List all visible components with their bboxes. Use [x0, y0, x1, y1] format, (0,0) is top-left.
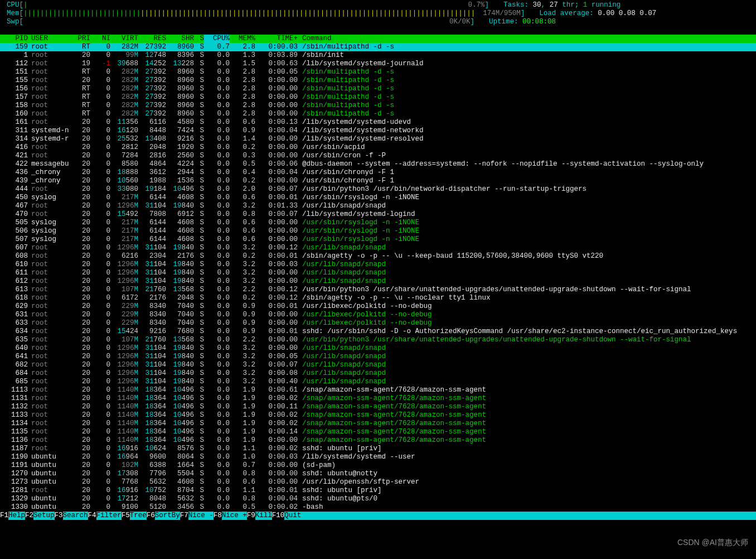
- fkey[interactable]: F3: [55, 512, 63, 520]
- process-row[interactable]: 633root200229M83407040S0.00.90:00.00/usr…: [0, 319, 756, 327]
- fkey-label[interactable]: Setup: [33, 512, 55, 520]
- hdr-pri[interactable]: PRI: [70, 35, 90, 43]
- function-key-bar[interactable]: F1Help F2Setup F3SearchF4FilterF5Tree F6…: [0, 512, 756, 520]
- process-row[interactable]: 156rootRT0282M273928960S0.02.80:00.00/sb…: [0, 85, 756, 93]
- fkey[interactable]: F4: [88, 512, 96, 520]
- process-row[interactable]: 112root19-1396881425213228S0.01.50:00.63…: [0, 60, 756, 68]
- uptime-label: Uptime:: [489, 18, 522, 26]
- process-row[interactable]: 436_chrony2001888836122944S0.00.40:00.04…: [0, 168, 756, 177]
- process-row[interactable]: 611root2001296M3110419840S0.03.20:00.00/…: [0, 269, 756, 277]
- process-row[interactable]: 467root2001296M3110419840S0.03.20:01.33/…: [0, 202, 756, 210]
- process-row[interactable]: 631root200229M83407040S0.00.90:00.00/usr…: [0, 311, 756, 319]
- process-row[interactable]: 1281root20016916107528704S0.01.10:00.01s…: [0, 486, 756, 495]
- fkey[interactable]: F2: [25, 512, 33, 520]
- fkey-label[interactable]: Quit: [284, 512, 301, 520]
- process-row[interactable]: 444root200330801918410496S0.02.00:00.07/…: [0, 185, 756, 194]
- hdr-user[interactable]: USER: [28, 35, 70, 43]
- fkey[interactable]: F5: [122, 512, 130, 520]
- process-row[interactable]: 155root200282M273928960S0.02.80:00.00/sb…: [0, 76, 756, 85]
- process-list[interactable]: 159rootRT0282M273928960S0.72.80:00.03/sb…: [0, 43, 756, 512]
- fkey[interactable]: F1: [0, 512, 8, 520]
- swp-value: 0K/0K: [449, 18, 471, 26]
- hdr-mem[interactable]: MEM%: [230, 35, 255, 43]
- fkey[interactable]: F7: [180, 512, 188, 520]
- swp-meter: Swp [ 0K/0K ] Uptime: 00:08:08: [0, 18, 756, 26]
- process-row[interactable]: 157rootRT0282M273928960S0.02.80:00.00/sb…: [0, 93, 756, 102]
- process-row[interactable]: 439_chrony2001056019881536S0.00.20:00.00…: [0, 177, 756, 185]
- fkey[interactable]: F6: [147, 512, 155, 520]
- process-row[interactable]: 507syslog200217M61444608S0.00.60:00.00/u…: [0, 235, 756, 244]
- fkey-label[interactable]: Nice -: [188, 512, 214, 520]
- process-row[interactable]: 613root200107M2176013568S0.02.20:00.12/u…: [0, 286, 756, 294]
- load-value: 0.00 0.08 0.07: [598, 9, 656, 18]
- process-row[interactable]: 685root2001296M3110419840S0.03.20:00.40/…: [0, 378, 756, 386]
- process-header[interactable]: PID USER PRI NI VIRT RES SHR S CPU% MEM%…: [0, 35, 756, 43]
- hdr-cpu[interactable]: CPU%: [204, 35, 230, 43]
- cpu-value: 0.7%: [468, 1, 485, 9]
- process-row[interactable]: 422messagebu200858048644224S0.00.50:00.0…: [0, 160, 756, 168]
- process-row[interactable]: 629root200229M83407040S0.00.90:00.01/usr…: [0, 302, 756, 311]
- htop-terminal[interactable]: CPU [ | 0.7% ] Tasks: 30 , 27 thr; 1 run…: [0, 0, 756, 520]
- process-row[interactable]: 450syslog200217M61444608S0.00.60:00.01/u…: [0, 194, 756, 202]
- process-row[interactable]: 1136root2001140M1836410496S0.01.90:00.00…: [0, 436, 756, 445]
- process-row[interactable]: 1329ubuntu2001721280485632S0.00.80:00.04…: [0, 495, 756, 503]
- process-row[interactable]: 618root200617221762048S0.00.20:00.12/sbi…: [0, 294, 756, 302]
- process-row[interactable]: 1191ubuntu200102M63881664S0.00.70:00.00(…: [0, 461, 756, 470]
- process-row[interactable]: 151rootRT0282M273928960S0.02.80:00.05/sb…: [0, 68, 756, 76]
- process-row[interactable]: 1187root20016916106248576S0.01.10:00.02s…: [0, 445, 756, 453]
- fkey[interactable]: F9: [247, 512, 255, 520]
- fkey[interactable]: F10: [272, 512, 285, 520]
- process-row[interactable]: 158rootRT0282M273928960S0.02.80:00.00/sb…: [0, 102, 756, 110]
- process-row[interactable]: 311systemd-n2001612084487424S0.00.90:00.…: [0, 127, 756, 135]
- process-row[interactable]: 161root2001135661164580S0.00.60:00.13/li…: [0, 118, 756, 127]
- process-row[interactable]: 1131root2001140M1836410496S0.01.90:00.02…: [0, 394, 756, 403]
- process-row[interactable]: 421root200728428162560S0.00.30:00.00/usr…: [0, 152, 756, 160]
- process-row[interactable]: 505syslog200217M61444608S0.00.60:00.00/u…: [0, 219, 756, 227]
- process-row[interactable]: 1190ubuntu2001696496008064S0.01.00:00.03…: [0, 453, 756, 461]
- process-row[interactable]: 608root200621623042176S0.00.20:00.01/sbi…: [0, 252, 756, 261]
- process-row[interactable]: 1113root2001140M1836410496S0.01.90:00.61…: [0, 386, 756, 394]
- fkey-label[interactable]: Help: [8, 512, 25, 520]
- hdr-pid[interactable]: PID: [0, 35, 28, 43]
- hdr-shr[interactable]: SHR: [166, 35, 194, 43]
- process-row[interactable]: 1270ubuntu2001730877965504S0.00.80:00.00…: [0, 470, 756, 478]
- hdr-ni[interactable]: NI: [90, 35, 110, 43]
- process-row[interactable]: 416root200281220481920S0.00.20:00.00/usr…: [0, 143, 756, 152]
- process-row[interactable]: 506syslog200217M61444608S0.00.60:00.00/u…: [0, 227, 756, 235]
- process-row[interactable]: 610root2001296M3110419840S0.03.20:00.03/…: [0, 261, 756, 269]
- process-row[interactable]: 612root2001296M3110419840S0.03.20:00.00/…: [0, 277, 756, 286]
- fkey-label[interactable]: Kill: [255, 512, 272, 520]
- mem-label: Mem: [7, 9, 20, 18]
- process-row[interactable]: 1330ubuntu200910051203456S0.00.50:00.02-…: [0, 503, 756, 512]
- hdr-cmd[interactable]: Command: [298, 35, 756, 43]
- process-row[interactable]: 1135root2001140M1836410496S0.01.90:00.14…: [0, 428, 756, 436]
- process-row[interactable]: 684root2001296M3110419840S0.03.20:00.08/…: [0, 369, 756, 378]
- fkey-label[interactable]: Filter: [96, 512, 122, 520]
- process-row[interactable]: 1133root2001140M1836410496S0.01.90:00.02…: [0, 411, 756, 420]
- hdr-virt[interactable]: VIRT: [110, 35, 138, 43]
- cpu-label: CPU: [7, 1, 20, 9]
- process-row[interactable]: 159rootRT0282M273928960S0.72.80:00.03/sb…: [0, 43, 756, 51]
- process-row[interactable]: 640root2001296M3110419840S0.03.20:00.00/…: [0, 344, 756, 353]
- swp-label: Swp: [7, 18, 20, 26]
- fkey-label[interactable]: Search: [63, 512, 88, 520]
- process-row[interactable]: 314systemd-r20025532134089216S0.01.40:00…: [0, 135, 756, 143]
- hdr-time[interactable]: TIME+: [255, 35, 298, 43]
- process-row[interactable]: 607root2001296M3110419840S0.03.20:00.12/…: [0, 244, 756, 252]
- fkey-label[interactable]: Tree: [130, 512, 147, 520]
- fkey[interactable]: F8: [214, 512, 222, 520]
- process-row[interactable]: 635root200107M2176013568S0.02.20:00.00/u…: [0, 336, 756, 344]
- process-row[interactable]: 1134root2001140M1836410496S0.01.90:00.02…: [0, 420, 756, 428]
- process-row[interactable]: 1132root2001140M1836410496S0.01.90:00.11…: [0, 403, 756, 411]
- fkey-label[interactable]: SortBy: [155, 512, 180, 520]
- process-row[interactable]: 470root2001549278086912S0.00.80:00.07/li…: [0, 210, 756, 219]
- process-row[interactable]: 634root2001542492167680S0.00.90:00.01ssh…: [0, 327, 756, 336]
- process-row[interactable]: 641root2001296M3110419840S0.03.20:00.05/…: [0, 353, 756, 361]
- process-row[interactable]: 682root2001296M3110419840S0.03.20:00.07/…: [0, 361, 756, 369]
- hdr-res[interactable]: RES: [138, 35, 166, 43]
- hdr-s[interactable]: S: [194, 35, 204, 43]
- fkey-label[interactable]: Nice +: [222, 512, 247, 520]
- process-row[interactable]: 1root20099M127488396S0.01.30:03.89/sbin/…: [0, 51, 756, 60]
- process-row[interactable]: 160rootRT0282M273928960S0.02.80:00.00/sb…: [0, 110, 756, 118]
- process-row[interactable]: 1273ubuntu200776856324608S0.00.60:00.00/…: [0, 478, 756, 486]
